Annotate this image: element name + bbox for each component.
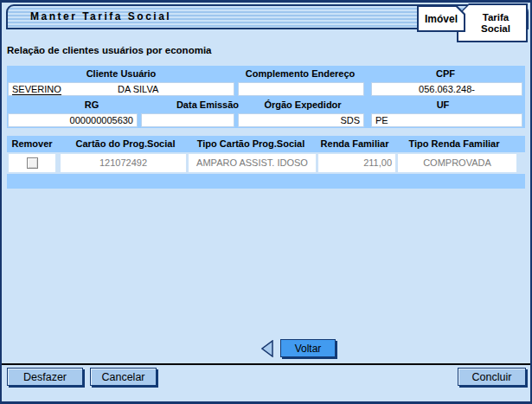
manter-tarifa-social-window: Manter Tarifa Social Imóvel Tarifa Socia… [0, 0, 532, 404]
back-arrow-icon [261, 340, 274, 357]
cartao-prog-social-cell: 121072492 [61, 154, 186, 172]
tipo-renda-cell: COMPROVADA [398, 154, 516, 172]
tab-tarifa-social-label: Tarifa Social [474, 12, 517, 35]
remover-checkbox[interactable] [27, 157, 38, 169]
header-cartao-prog-social: Cartão do Prog.Social [76, 136, 176, 152]
section-title: Relação de clientes usuários por economi… [7, 45, 211, 55]
complemento-endereco-input[interactable] [238, 82, 364, 96]
table-row: 121072492 AMPARO ASSIST. IDOSO 211,00 CO… [7, 152, 525, 174]
rg-value: 000000005630 [8, 113, 138, 127]
header-cpf: CPF [436, 66, 455, 81]
header-uf: UF [437, 97, 450, 112]
tab-tarifa-social[interactable]: Tarifa Social [457, 3, 528, 42]
voltar-button[interactable]: Voltar [280, 339, 336, 357]
orgao-expedidor-value: SDS [238, 113, 364, 127]
cliente-usuario-field: SEVERINO DA SILVA [8, 82, 234, 96]
client-form-table: Cliente Usuário Complemento Endereço CPF… [7, 66, 525, 128]
header-rg: RG [85, 97, 99, 112]
header-tipo-renda: Tipo Renda Familiar [409, 136, 500, 152]
cliente-last-name-link[interactable]: DA SILVA [118, 83, 158, 96]
tab-imovel-label: Imóvel [425, 13, 458, 25]
header-remover: Remover [11, 136, 52, 152]
footer-separator [0, 363, 532, 365]
uf-value: PE [371, 113, 522, 127]
cliente-first-name-link[interactable]: SEVERINO [12, 84, 61, 95]
renda-familiar-cell: 211,00 [318, 154, 395, 172]
social-table-footer-bar [7, 174, 525, 189]
social-program-table: Remover Cartão do Prog.Social Tipo Cartã… [7, 136, 525, 189]
header-renda-familiar: Renda Familiar [321, 136, 389, 152]
desfazer-button[interactable]: Desfazer [7, 368, 83, 386]
remover-cell [9, 154, 55, 172]
header-data-emissao: Data Emissão [176, 97, 239, 112]
cpf-value: 056.063.248- [371, 82, 522, 96]
data-emissao-input[interactable] [141, 113, 234, 127]
cancelar-button[interactable]: Cancelar [90, 368, 157, 386]
tipo-cartao-cell: AMPARO ASSIST. IDOSO [189, 154, 316, 172]
header-orgao-expedidor: Órgão Expedidor [264, 97, 341, 112]
header-tipo-cartao: Tipo Cartão Prog.Social [197, 136, 305, 152]
header-cliente-usuario: Cliente Usuário [87, 66, 157, 81]
social-table-header-row: Remover Cartão do Prog.Social Tipo Cartã… [7, 136, 525, 152]
tab-imovel[interactable]: Imóvel [417, 5, 465, 32]
header-complemento-endereco: Complemento Endereço [246, 66, 356, 81]
concluir-button[interactable]: Concluir [458, 368, 526, 386]
